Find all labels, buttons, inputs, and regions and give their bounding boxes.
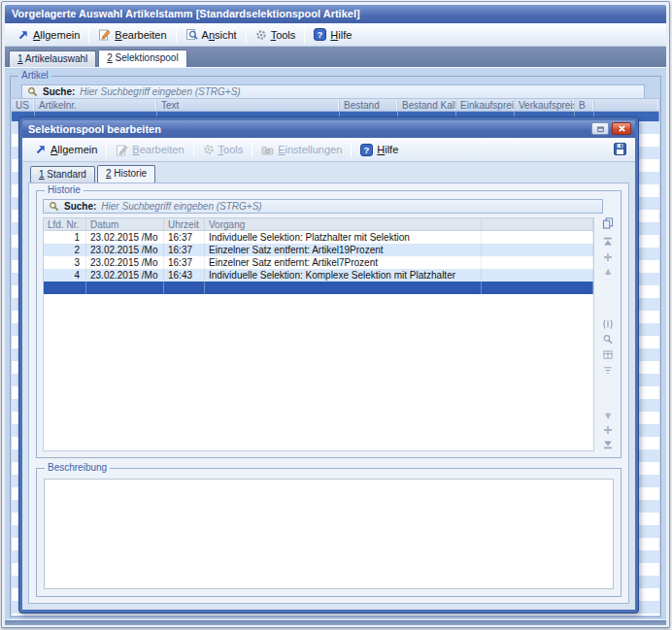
beschreibung-textarea[interactable] <box>45 480 613 588</box>
dialog-menu-item-tools[interactable]: Tools <box>195 138 252 161</box>
dialog-title: Selektionspool bearbeiten <box>28 123 161 135</box>
menu-separator <box>106 142 107 157</box>
menu-item-label: Tools <box>218 144 244 155</box>
move-up-icon[interactable] <box>603 252 613 262</box>
help-icon: ? <box>360 144 373 156</box>
historie-search-input[interactable] <box>101 201 597 213</box>
column-header-filler <box>594 99 659 111</box>
filter-lines-icon[interactable] <box>603 365 614 376</box>
column-header-vorgang[interactable]: Vorgang <box>205 218 482 230</box>
dialog-window-buttons <box>591 122 631 135</box>
historie-group-label: Historie <box>45 184 84 196</box>
tools-icon <box>255 29 267 41</box>
dialog-menu-item-einstellungen[interactable]: Einstellungen <box>253 138 350 161</box>
dialog-body: 1 Standard 2 Historie Historie Suche: Lf… <box>22 162 635 610</box>
artikel-table-header: US Artikelnr. Text Bestand Bestand Kalk.… <box>12 98 659 112</box>
artikel-search-input[interactable] <box>80 86 639 98</box>
menu-separator <box>193 142 194 157</box>
selektionspool-dialog: Selektionspool bearbeiten Allgemein Bear… <box>18 116 639 613</box>
column-header-uhrzeit[interactable]: Uhrzeit <box>164 218 205 230</box>
column-header-us[interactable]: US <box>12 99 35 111</box>
artikel-search-bar: Suche: <box>21 84 645 99</box>
table-sum-icon[interactable] <box>603 349 614 360</box>
table-row[interactable]: 1 23.02.2015 /Mo 16:37 Individuelle Sele… <box>44 231 593 244</box>
beschreibung-groupbox: Beschreibung <box>36 468 622 597</box>
step-up-icon[interactable]: ▲ <box>605 268 611 276</box>
column-header-filler <box>482 218 593 230</box>
svg-text:?: ? <box>364 145 370 155</box>
column-header-artikelnr[interactable]: Artikelnr. <box>35 99 157 111</box>
svg-text:?: ? <box>318 29 323 40</box>
save-icon <box>614 143 626 155</box>
search-icon <box>49 201 59 212</box>
dialog-menu-item-allgemein[interactable]: Allgemein <box>27 138 105 161</box>
historie-search-bar: Suche: <box>43 199 603 214</box>
move-down-icon[interactable] <box>603 425 613 435</box>
search-icon <box>27 86 38 97</box>
tab-historie[interactable]: 2 Historie <box>97 165 155 182</box>
column-header-verkaufspreis[interactable]: Verkaufspreis <box>515 99 575 111</box>
menu-item-label: Hilfe <box>377 144 398 155</box>
grid-toolbar: ▲ ▼ <box>598 217 618 451</box>
help-icon: ? <box>314 28 326 41</box>
arrow-up-right-icon <box>35 144 47 155</box>
menu-item-label: Bearbeiten <box>115 29 166 41</box>
scroll-to-top-icon[interactable] <box>603 237 614 248</box>
dialog-tabstrip: 1 Standard 2 Historie <box>28 165 629 182</box>
tab-selektionspool[interactable]: 2 Selektionspool <box>98 50 186 67</box>
menu-item-label: Ansicht <box>202 29 237 41</box>
search-label: Suche: <box>64 201 96 212</box>
close-button[interactable] <box>612 122 631 135</box>
column-header-text[interactable]: Text <box>157 99 340 111</box>
menu-separator <box>88 27 89 43</box>
artikel-group-label: Artikel <box>18 70 51 82</box>
menu-separator <box>304 27 305 43</box>
step-down-icon[interactable]: ▼ <box>605 413 611 420</box>
table-row[interactable]: 2 23.02.2015 /Mo 16:37 Einzelner Satz en… <box>44 244 593 256</box>
menu-item-label: Allgemein <box>33 29 80 41</box>
historie-table-header: Lfd. Nr. Datum Uhrzeit Vorgang <box>44 218 593 231</box>
column-width-icon[interactable] <box>602 318 614 330</box>
menu-item-label: Hilfe <box>330 29 352 41</box>
column-header-bestand[interactable]: Bestand <box>340 99 398 111</box>
table-row-selected[interactable] <box>44 282 593 294</box>
view-icon <box>185 28 198 41</box>
arrow-up-right-icon <box>17 29 29 41</box>
zoom-icon[interactable] <box>603 334 614 345</box>
menu-separator <box>351 142 352 157</box>
menu-item-tools[interactable]: Tools <box>248 23 304 46</box>
dialog-menu-item-bearbeiten[interactable]: Bearbeiten <box>108 138 191 161</box>
table-row[interactable]: 4 23.02.2015 /Mo 16:43 Individuelle Sele… <box>44 269 593 282</box>
close-icon <box>618 124 626 133</box>
table-row[interactable]: 3 23.02.2015 /Mo 16:37 Einzelner Satz en… <box>44 256 593 269</box>
copy-pages-icon[interactable] <box>602 217 614 229</box>
menu-item-bearbeiten[interactable]: Bearbeiten <box>90 23 174 46</box>
restore-button[interactable] <box>591 122 609 135</box>
column-header-einkaufspreis[interactable]: Einkaufspreis <box>456 99 515 111</box>
column-header-b[interactable]: B <box>575 99 594 111</box>
edit-icon <box>98 28 111 41</box>
dialog-titlebar[interactable]: Selektionspool bearbeiten <box>22 120 635 138</box>
menu-item-allgemein[interactable]: Allgemein <box>10 23 87 46</box>
scroll-to-bottom-icon[interactable] <box>603 439 614 449</box>
tab-artikelauswahl[interactable]: 1 Artikelauswahl <box>9 50 96 67</box>
historie-panel: Historie Suche: Lfd. Nr. Datum Uhrzeit V… <box>28 182 629 604</box>
menu-separator <box>176 27 177 43</box>
column-header-datum[interactable]: Datum <box>86 218 164 230</box>
historie-groupbox: Historie Suche: Lfd. Nr. Datum Uhrzeit V… <box>36 190 622 458</box>
dialog-menu-item-hilfe[interactable]: ? Hilfe <box>353 138 406 161</box>
restore-icon <box>596 125 605 133</box>
tab-standard[interactable]: 1 Standard <box>30 166 95 182</box>
save-button[interactable] <box>614 143 626 155</box>
column-header-bestand-kalk[interactable]: Bestand Kalk. <box>398 99 456 111</box>
menu-item-ansicht[interactable]: Ansicht <box>178 23 245 46</box>
menu-item-label: Einstellungen <box>278 144 342 155</box>
main-tabstrip: 1 Artikelauswahl 2 Selektionspool <box>5 47 666 68</box>
column-header-lfd-nr[interactable]: Lfd. Nr. <box>44 218 86 230</box>
menu-item-label: Allgemein <box>50 144 97 155</box>
main-window-titlebar[interactable]: Vorgelagerte Auswahl Artikelstamm [Stand… <box>5 5 666 23</box>
menu-item-hilfe[interactable]: ? Hilfe <box>306 23 359 46</box>
settings-icon <box>261 144 274 156</box>
window-bottom-edge <box>5 620 666 625</box>
historie-table: Lfd. Nr. Datum Uhrzeit Vorgang 1 23.02.2… <box>43 217 594 451</box>
